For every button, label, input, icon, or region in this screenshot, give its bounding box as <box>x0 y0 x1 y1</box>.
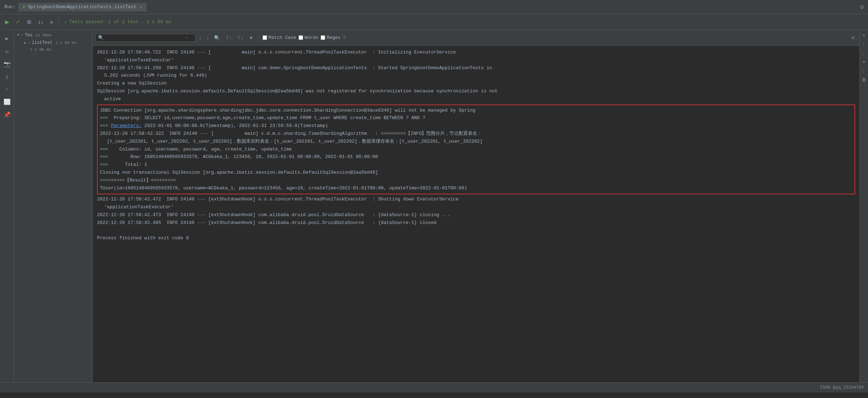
child-expand-icon: ▶ <box>24 41 26 45</box>
test-status: ✓ Tests passed: 1 of 1 test – 1 s 90 ms <box>64 19 172 25</box>
left-download-icon[interactable]: ↧ <box>3 71 11 83</box>
tab-close-icon[interactable]: ✕ <box>139 4 142 10</box>
console-area: 🔍 → ↑ ↓ 🔍 ⊤↑ ⊤↓ ▼ Match Case Words Regex <box>93 30 859 382</box>
bottom-bar: CSDN @qq_33204709 <box>0 382 868 392</box>
log-line-tuser: TUser(id=1605140409565933570, username=A… <box>100 185 852 192</box>
search-icon: 🔍 <box>98 35 104 41</box>
run-label: Run: <box>4 4 15 10</box>
right-close-icon[interactable]: ✕ <box>862 31 867 39</box>
left-refresh-icon[interactable]: ↻ <box>3 46 11 57</box>
expand-icon: ▼ <box>17 33 19 37</box>
regex-label: Regex <box>327 35 341 40</box>
search-funnel-button[interactable]: ▼ <box>247 34 255 41</box>
log-line-info: 2022-12-20 17:58:42.322 INFO 24140 --- [… <box>100 130 852 138</box>
tab-name: SpringbootDemoApplicationTests.listTest <box>28 4 136 10</box>
log-line: 5.262 seconds (JVM running for 6.449) <box>97 72 855 80</box>
match-case-checkbox[interactable] <box>262 35 267 40</box>
right-delete-icon[interactable]: 🗑 <box>861 76 867 84</box>
right-up-icon[interactable]: ↑ <box>862 41 867 48</box>
left-run-icon[interactable]: ▶ <box>3 33 11 44</box>
log-line-jdbc: JDBC Connection [org.apache.shardingsphe… <box>100 107 852 114</box>
test-tree-subitem[interactable]: 1 s 90 ms <box>14 46 92 53</box>
log-line-preparing: ==> Preparing: SELECT id,username,passwo… <box>100 114 852 122</box>
regex-option[interactable]: Regex <box>321 35 341 40</box>
title-bar: Run: ● SpringbootDemoApplicationTests.li… <box>0 0 868 14</box>
left-icon-bar: ▶ ↻ 📷 ↧ ↑ ⬜ 📌 <box>0 30 14 382</box>
log-line: 2022-12-20 17:58:40.722 INFO 24140 --- [… <box>97 49 855 56</box>
test-tree-root[interactable]: ▼ ✓ Tes 1s 90ms <box>14 31 92 39</box>
main-layout: ▶ ↻ 📷 ↧ ↑ ⬜ 📌 ▼ ✓ Tes 1s 90ms ▶ ✓ listTe… <box>0 30 868 382</box>
status-duration: – 1 s 90 ms <box>141 19 172 25</box>
right-lines-icon[interactable]: ≡ <box>862 58 867 66</box>
log-line-tables: [t_user_202201, t_user_202202, t_user_20… <box>100 138 852 146</box>
search-input-wrapper: 🔍 → <box>96 34 195 42</box>
settings-icon[interactable]: ⚙ <box>860 4 864 11</box>
search-up-button[interactable]: ↑ <box>198 34 203 41</box>
log-line-closing: Closing non transactional SqlSession [or… <box>100 169 852 177</box>
log-line: 2022-12-20 17:58:42.473 INFO 24140 --- [… <box>97 211 855 219</box>
log-line: 2022-12-20 17:58:41.299 INFO 24140 --- [… <box>97 65 855 72</box>
search-bar: 🔍 → ↑ ↓ 🔍 ⊤↑ ⊤↓ ▼ Match Case Words Regex <box>93 30 859 46</box>
search-arrow-icon: → <box>185 35 188 40</box>
parameters-link[interactable]: Parameters: <box>111 123 142 128</box>
regex-checkbox[interactable] <box>321 35 325 40</box>
search-find-button[interactable]: 🔍 <box>213 34 221 41</box>
stop-button[interactable]: ⊘ <box>25 17 34 27</box>
match-case-option[interactable]: Match Case <box>262 35 296 40</box>
child-label: listTest <box>32 40 52 45</box>
console-output[interactable]: 2022-12-20 17:58:40.722 INFO 24140 --- [… <box>93 46 859 382</box>
more-button[interactable]: » <box>48 17 55 27</box>
separator <box>59 18 59 26</box>
close-search-button[interactable]: ✕ <box>849 34 857 41</box>
right-down-icon[interactable]: ↓ <box>862 50 867 57</box>
test-tree-child[interactable]: ▶ ✓ listTest 1 s 90 ms <box>14 39 92 46</box>
subitem-duration: 1 s 90 ms <box>30 47 51 52</box>
search-down-button[interactable]: ↓ <box>205 34 210 41</box>
child-duration: 1 s 90 ms <box>55 41 76 45</box>
log-line-parameters: ==> Parameters: 2022-01-01 00:00:00.0(Ti… <box>100 122 852 130</box>
log-line: Creating a new SqlSession <box>97 80 855 87</box>
test-panel: ▼ ✓ Tes 1s 90ms ▶ ✓ listTest 1 s 90 ms 1… <box>14 30 93 382</box>
main-toolbar: ▶ ✓ ⊘ ↕↓ » ✓ Tests passed: 1 of 1 test –… <box>0 14 868 30</box>
search-filter-button1[interactable]: ⊤↑ <box>224 34 233 41</box>
right-icon-bar: ✕ ↑ ↓ ≡ ↕ 🗑 <box>859 30 868 382</box>
highlighted-block: JDBC Connection [org.apache.shardingsphe… <box>97 104 855 195</box>
log-line-empty <box>97 227 855 235</box>
root-check-icon: ✓ <box>21 32 23 38</box>
words-option[interactable]: Words <box>298 35 318 40</box>
status-text: Tests passed: 1 of 1 test <box>69 19 139 25</box>
search-input[interactable] <box>105 35 184 40</box>
left-up-icon[interactable]: ↑ <box>3 84 11 95</box>
log-line: SqlSession [org.apache.ibatis.session.de… <box>97 88 855 95</box>
help-icon[interactable]: ? <box>343 35 346 40</box>
words-label: Words <box>305 35 318 40</box>
watermark: CSDN @qq_33204709 <box>820 385 864 390</box>
log-line-finished: Process finished with exit code 0 <box>97 235 855 242</box>
left-pin-icon[interactable]: 📌 <box>1 109 13 121</box>
log-line: 'applicationTaskExecutor' <box>97 57 855 64</box>
words-checkbox[interactable] <box>298 35 303 40</box>
log-line-total: <== Total: 1 <box>100 161 852 169</box>
log-line: 2022-12-20 17:58:42.485 INFO 24140 --- [… <box>97 219 855 227</box>
log-line-columns: <== Columns: id, username, password, age… <box>100 146 852 153</box>
sort-button[interactable]: ↕↓ <box>36 17 46 27</box>
child-check-icon: ✓ <box>28 40 30 45</box>
title-tab[interactable]: ● SpringbootDemoApplicationTests.listTes… <box>18 3 146 11</box>
log-line: 'applicationTaskExecutor' <box>97 204 855 211</box>
root-duration: 1s 90ms <box>35 33 52 37</box>
search-filter-button2[interactable]: ⊤↓ <box>235 34 245 41</box>
status-check-icon: ✓ <box>64 19 67 25</box>
log-line-result-header: >>>>>>>>>【Result】<<<<<<<<< <box>100 177 852 184</box>
match-case-label: Match Case <box>269 35 296 40</box>
log-line: 2022-12-20 17:58:42.472 INFO 24140 --- [… <box>97 196 855 203</box>
right-expand-icon[interactable]: ↕ <box>862 67 867 75</box>
log-line: active <box>97 96 855 103</box>
log-line-row: <== Row: 1605140409565933570, ACGkaka_1,… <box>100 153 852 161</box>
check-button[interactable]: ✓ <box>14 17 22 27</box>
left-frame-icon[interactable]: ⬜ <box>1 96 13 108</box>
tab-icon: ● <box>22 5 25 10</box>
search-separator <box>259 34 259 42</box>
left-camera-icon[interactable]: 📷 <box>1 58 13 70</box>
run-button[interactable]: ▶ <box>3 17 11 27</box>
root-label: Tes <box>25 33 32 38</box>
